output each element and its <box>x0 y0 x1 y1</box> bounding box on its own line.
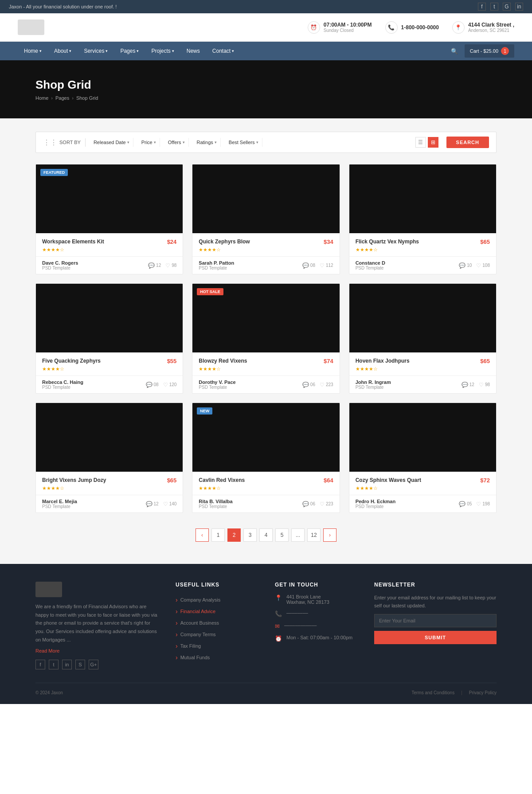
twitter-icon[interactable]: t <box>490 3 498 11</box>
product-name[interactable]: Quick Zephyrs Blow <box>199 239 250 245</box>
heart-icon[interactable]: ♡ <box>320 501 325 507</box>
product-name[interactable]: Flick Quartz Vex Nymphs <box>356 239 419 245</box>
breadcrumb-home[interactable]: Home <box>35 95 48 101</box>
footer-linkedin-icon[interactable]: in <box>62 660 72 669</box>
likes-action: ♡ 223 <box>320 501 333 507</box>
product-name[interactable]: Cavlin Red Vixens <box>199 477 245 483</box>
filter-offers[interactable]: Offers ▾ <box>164 138 189 147</box>
nav-item-projects[interactable]: Projects ▾ <box>145 42 180 60</box>
facebook-icon[interactable]: f <box>478 3 486 11</box>
newsletter-email-input[interactable] <box>374 614 497 627</box>
comment-icon[interactable]: 💬 <box>459 262 466 269</box>
footer-facebook-icon[interactable]: f <box>35 660 45 669</box>
search-icon[interactable]: 🔍 <box>451 48 458 55</box>
product-name[interactable]: Hoven Flax Jodhpurs <box>356 358 410 364</box>
filter-ratings[interactable]: Ratings ▾ <box>193 138 221 147</box>
footer-googleplus-icon[interactable]: G+ <box>89 660 98 669</box>
page-12[interactable]: 12 <box>307 528 321 542</box>
page-2[interactable]: 2 <box>227 528 241 542</box>
heart-icon[interactable]: ♡ <box>163 382 168 388</box>
product-image[interactable] <box>349 403 496 472</box>
product-image[interactable]: FEATURED <box>36 164 183 233</box>
nav-item-contact[interactable]: Contact ▾ <box>206 42 240 60</box>
pagination-prev[interactable]: ‹ <box>196 528 209 542</box>
product-name[interactable]: Bright Vixens Jump Dozy <box>42 477 106 483</box>
product-image[interactable]: HOT SALE <box>192 284 339 352</box>
nav-item-services[interactable]: Services ▾ <box>78 42 114 60</box>
heart-icon[interactable]: ♡ <box>165 262 170 269</box>
heart-icon[interactable]: ♡ <box>163 501 168 507</box>
comment-icon[interactable]: 💬 <box>302 382 309 388</box>
product-author-row: Marcel E. Mejia PSD Template 💬 12 ♡ 140 <box>36 495 183 512</box>
product-image[interactable] <box>36 284 183 352</box>
product-actions: 💬 12 ♡ 98 <box>148 262 176 269</box>
sort-icon: ⋮⋮ <box>43 138 57 147</box>
footer-link-account-business[interactable]: Account Business <box>176 617 257 629</box>
filter-best-sellers[interactable]: Best Sellers ▾ <box>225 138 262 147</box>
product-author-row: John R. Ingram PSD Template 💬 12 ♡ 98 <box>349 375 496 393</box>
product-image[interactable] <box>349 284 496 352</box>
footer-link-financial-advice[interactable]: Financial Advice <box>176 606 257 617</box>
heart-icon[interactable]: ♡ <box>320 262 325 269</box>
grid-view-button[interactable]: ⊞ <box>428 137 438 148</box>
page-4[interactable]: 4 <box>259 528 273 542</box>
breadcrumb-pages[interactable]: Pages <box>55 95 69 101</box>
shop-content: ⋮⋮ SORT BY Released Date ▾ Price ▾ Offer… <box>0 118 532 564</box>
comment-icon[interactable]: 💬 <box>302 262 309 269</box>
filter-price[interactable]: Price ▾ <box>138 138 160 147</box>
linkedin-icon[interactable]: in <box>515 3 523 11</box>
footer-link-tax-filing[interactable]: Tax Filing <box>176 640 257 652</box>
nav-item-about[interactable]: About ▾ <box>48 42 78 60</box>
product-image[interactable] <box>36 403 183 472</box>
footer-copyright: © 2024 Jaxon <box>35 690 63 695</box>
comment-count: 08 <box>310 263 315 268</box>
footer-link-mutual-funds[interactable]: Mutual Funds <box>176 652 257 663</box>
product-image[interactable]: NEW <box>192 403 339 472</box>
page-1[interactable]: 1 <box>211 528 225 542</box>
product-name[interactable]: Workspace Elements Kit <box>42 239 104 245</box>
comment-icon[interactable]: 💬 <box>302 501 309 507</box>
nav-item-pages[interactable]: Pages ▾ <box>114 42 145 60</box>
comment-icon[interactable]: 💬 <box>462 382 468 388</box>
googleplus-icon[interactable]: G <box>503 3 511 11</box>
product-image[interactable] <box>349 164 496 233</box>
footer-terms-link[interactable]: Terms and Conditions <box>411 690 454 695</box>
product-image[interactable] <box>192 164 339 233</box>
footer-link-company-terms[interactable]: Company Terms <box>176 629 257 640</box>
product-name[interactable]: Five Quacking Zephyrs <box>42 358 101 364</box>
nav-item-home[interactable]: Home ▾ <box>18 42 48 60</box>
product-stars: ★★★★☆ <box>42 366 176 372</box>
nav-item-news[interactable]: News <box>180 42 206 60</box>
comment-count: 06 <box>310 382 315 387</box>
comment-icon[interactable]: 💬 <box>146 382 153 388</box>
footer-skype-icon[interactable]: S <box>75 660 85 669</box>
comment-icon[interactable]: 💬 <box>459 501 466 507</box>
footer-read-more[interactable]: Read More <box>35 648 158 653</box>
footer-twitter-icon[interactable]: t <box>49 660 59 669</box>
filter-released-date[interactable]: Released Date ▾ <box>90 138 133 147</box>
comment-icon[interactable]: 💬 <box>148 262 155 269</box>
heart-icon[interactable]: ♡ <box>476 501 481 507</box>
comments-action: 💬 12 <box>148 262 161 269</box>
newsletter-submit-button[interactable]: SUBMIT <box>374 631 497 644</box>
comment-icon[interactable]: 💬 <box>146 501 153 507</box>
product-name[interactable]: Blowzy Red Vixens <box>199 358 247 364</box>
page-5[interactable]: 5 <box>275 528 289 542</box>
heart-icon[interactable]: ♡ <box>476 262 481 269</box>
search-button[interactable]: SEARCH <box>446 137 489 148</box>
nav-projects-label: Projects <box>151 48 170 54</box>
author-info: Rita B. Villalba PSD Template <box>199 499 232 509</box>
author-info: Sarah P. Patton PSD Template <box>199 260 234 270</box>
pagination-next[interactable]: › <box>323 528 336 542</box>
product-price: $24 <box>167 239 177 245</box>
heart-icon[interactable]: ♡ <box>479 382 484 388</box>
list-view-button[interactable]: ☰ <box>415 137 426 148</box>
logo[interactable] <box>18 20 44 35</box>
page-3[interactable]: 3 <box>243 528 257 542</box>
product-name[interactable]: Cozy Sphinx Waves Quart <box>356 477 421 483</box>
footer-privacy-link[interactable]: Privacy Policy <box>469 690 497 695</box>
cart-button[interactable]: Cart - $25.00 1 <box>465 44 514 58</box>
heart-icon[interactable]: ♡ <box>320 382 325 388</box>
footer-link-company-analysis[interactable]: Company Analysis <box>176 594 257 606</box>
product-stars: ★★★★☆ <box>356 247 490 253</box>
